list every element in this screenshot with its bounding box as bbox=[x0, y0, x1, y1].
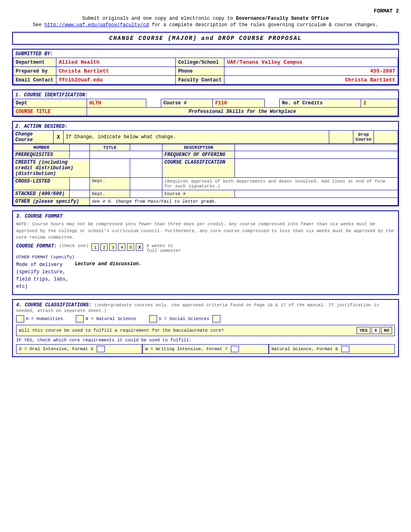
checkbox-1[interactable]: 1 bbox=[91, 243, 99, 251]
mode-value: Lecture and discussion. bbox=[75, 261, 142, 267]
format-option-2: 2 bbox=[100, 243, 108, 251]
section4: 4. COURSE CLASSIFICATIONS: (undergraduat… bbox=[12, 299, 399, 357]
dept-value: HLTH bbox=[87, 99, 146, 108]
n-label: N = Natural Science bbox=[85, 316, 136, 321]
yes-checkbox[interactable]: X bbox=[372, 327, 380, 334]
section1: 1. COURSE IDENTIFICATION: Dept HLTH Cour… bbox=[12, 89, 399, 117]
credits-value: 2 bbox=[361, 99, 398, 108]
checkbox-2[interactable]: 2 bbox=[100, 243, 108, 251]
section1-table: Dept HLTH Course # F110 No. of Credits 2… bbox=[13, 99, 398, 116]
s-checkbox[interactable] bbox=[149, 315, 157, 322]
title-value: Professional Skills for the Workplace bbox=[87, 108, 398, 116]
credits-label: No. of Credits bbox=[279, 99, 361, 108]
format-label: COURSE FORMAT: bbox=[16, 243, 57, 249]
table-row: Change Course X If Change, indicate belo… bbox=[13, 131, 398, 144]
change-label: Change Course bbox=[13, 131, 54, 144]
table-row: CROSS-LISTED Dept. (Requires approval of… bbox=[13, 178, 398, 190]
section3: 3. COURSE FORMAT NOTE: Course hours may … bbox=[12, 210, 399, 295]
oral-checkbox[interactable] bbox=[97, 346, 105, 352]
cross-label: CROSS-LISTED bbox=[13, 178, 70, 190]
submitted-by-section: SUBMITTED BY: Department Allied Health C… bbox=[12, 49, 399, 85]
faculty-label: Faculty Contact bbox=[176, 76, 224, 85]
course-label: Course # bbox=[161, 99, 213, 108]
table-row: COURSE TITLE Professional Skills for the… bbox=[13, 108, 398, 116]
stacked-label: STACKED (400/600) bbox=[13, 190, 70, 198]
other-format-label: OTHER FORMAT (specify) bbox=[16, 255, 75, 260]
faculty-value: Christa Bartlett bbox=[224, 76, 398, 85]
other-note: See # 9. Change from Pass/Fail to letter… bbox=[90, 198, 398, 206]
college-label: College/School bbox=[176, 58, 224, 67]
email-value: ffclb2@uaf.edu bbox=[56, 76, 176, 85]
col-number: NUMBER bbox=[13, 144, 70, 151]
format-option-3: 3 bbox=[109, 243, 117, 251]
h-label: H = Humanities bbox=[26, 316, 63, 321]
format-option-5: 5 bbox=[127, 243, 135, 251]
cross-note: (Requires approval of both departments a… bbox=[162, 178, 398, 190]
submitted-by-label: SUBMITTED BY: bbox=[13, 50, 398, 58]
table-row: Department Allied Health College/School … bbox=[13, 58, 398, 67]
changes-table: NUMBER TITLE DESCRIPTION PREREQUISITES F… bbox=[13, 144, 398, 206]
mode-row: Mode of delivery(specify lecture,field t… bbox=[16, 261, 395, 290]
section2: 2. ACTION DESIRED: Change Course X If Ch… bbox=[12, 121, 399, 206]
checkbox-3[interactable]: 3 bbox=[109, 243, 116, 251]
section4-label: 4. COURSE CLASSIFICATIONS: bbox=[16, 302, 91, 308]
other-format-row: OTHER FORMAT (specify) bbox=[16, 255, 395, 260]
table-row: Email Contact ffclb2@uaf.edu Faculty Con… bbox=[13, 76, 398, 85]
oral-option: O = Oral Intensive, Format 6 bbox=[16, 344, 142, 354]
department-value: Allied Health bbox=[56, 58, 176, 67]
col-description: DESCRIPTION bbox=[162, 144, 235, 151]
department-label: Department bbox=[13, 58, 56, 67]
indicate-label: If Change, indicate below what change. bbox=[64, 131, 329, 144]
prepared-value: Christa Bartlett bbox=[56, 67, 176, 76]
submitted-by-table: Department Allied Health College/School … bbox=[13, 58, 398, 85]
main-title: CHANGE COURSE (MAJOR) and DROP COURSE PR… bbox=[12, 32, 399, 45]
phone-value: 455-2887 bbox=[224, 67, 398, 76]
table-row: Dept HLTH Course # F110 No. of Credits 2 bbox=[13, 99, 398, 108]
stacked-dept-label: Dept. bbox=[90, 190, 130, 198]
section3-note: NOTE: Course hours may not be compressed… bbox=[16, 221, 395, 241]
freq-label: FREQUENCY OF OFFERING bbox=[162, 151, 235, 159]
yes-no-area: YES X NO bbox=[357, 327, 392, 334]
prepared-label: Prepared by bbox=[13, 67, 56, 76]
checkbox-x[interactable]: X bbox=[136, 243, 143, 251]
college-value: UAF/Tanana Valley Campus bbox=[224, 58, 398, 67]
table-row: OTHER (please specify) See # 9. Change f… bbox=[13, 198, 398, 206]
extra-checkbox[interactable] bbox=[212, 315, 220, 322]
writing-checkbox[interactable] bbox=[231, 346, 239, 352]
course-format-row: COURSE FORMAT: (check one) 1 2 3 4 5 X 6… bbox=[16, 243, 395, 253]
table-row: STACKED (400/600) Dept. Course # bbox=[13, 190, 398, 198]
header-line2: See http://www.uaf.edu/uafgov/faculty/cd… bbox=[12, 22, 399, 28]
drop-label: Drop Course bbox=[353, 131, 374, 144]
classif-label: COURSE CLASSIFICATION bbox=[162, 159, 235, 178]
section4-inner: 4. COURSE CLASSIFICATIONS: (undergraduat… bbox=[13, 300, 398, 356]
core-question: Will this course be used to fulfill a re… bbox=[19, 328, 353, 333]
s-label: S = Social Sciences bbox=[159, 316, 209, 321]
h-checkbox[interactable] bbox=[16, 315, 24, 322]
mode-label: Mode of delivery(specify lecture,field t… bbox=[16, 261, 68, 290]
n-checkbox[interactable] bbox=[76, 315, 84, 322]
weeks-label: 6 weeks tofull semester bbox=[146, 243, 181, 253]
phone-label: Phone bbox=[176, 67, 224, 76]
dept-col-label: Dept. bbox=[90, 178, 130, 190]
section4-label-row: 4. COURSE CLASSIFICATIONS: (undergraduat… bbox=[16, 302, 395, 314]
checkbox-5[interactable]: 5 bbox=[127, 243, 134, 251]
section1-label: 1. COURSE IDENTIFICATION: bbox=[13, 90, 398, 99]
format-option-x: X bbox=[136, 243, 144, 251]
core-row: Will this course be used to fulfill a re… bbox=[16, 325, 395, 336]
natural-option: Natural Science, Format 8 bbox=[269, 344, 395, 354]
classif-row: H = Humanities N = Natural Science S = S… bbox=[16, 315, 395, 322]
format-option-4: 4 bbox=[118, 243, 126, 251]
format-option-1: 1 bbox=[91, 243, 100, 251]
checkbox-4[interactable]: 4 bbox=[118, 243, 125, 251]
section2-label: 2. ACTION DESIRED: bbox=[13, 122, 398, 130]
no-label: NO bbox=[381, 327, 392, 334]
col-title: TITLE bbox=[90, 144, 130, 151]
table-row: PREREQUISITES FREQUENCY OF OFFERING bbox=[13, 151, 398, 159]
natural-checkbox[interactable] bbox=[341, 346, 349, 352]
other-label: OTHER (please specify) bbox=[13, 198, 90, 206]
writing-option: W = Writing Intensive, Format 7 bbox=[142, 344, 268, 354]
change-checkbox: X bbox=[54, 131, 64, 144]
table-row: NUMBER TITLE DESCRIPTION bbox=[13, 144, 398, 151]
header-line1: Submit originals and one copy and electr… bbox=[12, 16, 399, 21]
if-yes-row: IF YES, check which core requirements it… bbox=[16, 338, 395, 343]
